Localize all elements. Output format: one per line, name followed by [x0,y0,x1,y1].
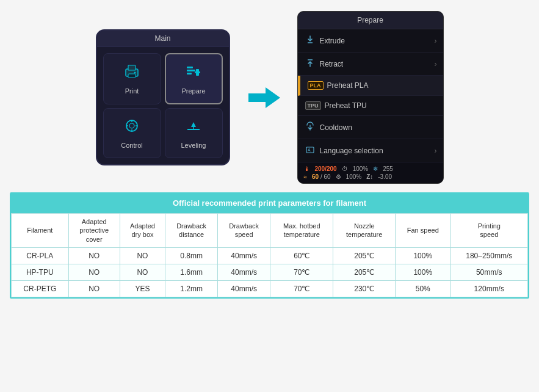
status-row-2: ≈ 60 / 60 ⚙ 100% Z↕ -3.00 [304,173,437,180]
table-cell: NO [68,247,120,264]
leveling-icon [185,117,202,138]
menu-item-retract[interactable]: Retract › [298,53,443,76]
arrow-indicator [248,85,279,110]
extrude-chevron: › [435,37,437,45]
print-button[interactable]: Print [103,53,161,104]
table-cell: 0.8mm [165,247,218,264]
table-cell: NO [68,264,120,280]
table-cell: 205℃ [333,247,395,264]
table-cell: CR-PETG [12,280,69,297]
svg-text:A: A [308,148,311,152]
menu-item-retract-label: Retract [320,60,344,68]
parameters-table-section: Official recommended print parameters fo… [10,192,529,299]
col-header-filament: Filament [12,214,69,248]
svg-point-3 [134,72,136,74]
table-cell: 60℃ [270,247,333,264]
fan-icon: ❄ [373,165,378,172]
fan-val: 255 [383,165,393,172]
col-header-drybox: Adapteddry box [120,214,165,248]
svg-rect-4 [187,67,193,68]
table-row: CR-PETGNOYES1.2mm40mm/s70℃230℃50%120mm/s [12,280,528,297]
prepare-label: Prepare [181,87,205,95]
print-label: Print [125,87,139,95]
speed-val: 100% [353,165,369,172]
status-row-1: 🌡 200/200 ⏱ 100% ❄ 255 [304,165,437,172]
table-cell: 50% [395,280,450,297]
params-table: Filament Adaptedprotectivecover Adaptedd… [11,213,528,297]
flow-val: 100% [346,173,362,180]
menu-item-preheat-tpu-label: Preheat TPU [325,101,367,110]
svg-rect-2 [128,74,136,78]
prepare-icon [185,63,202,84]
main-screen: Main Print [96,29,230,165]
table-cell: 1.6mm [165,264,218,280]
pla-badge: PLA [308,81,324,90]
main-screen-title: Main [97,31,229,47]
tpu-badge: TPU [305,101,321,110]
table-cell: CR-PLA [12,247,69,264]
table-title: Official recommended print parameters fo… [10,193,529,213]
table-cell: 230℃ [333,280,395,297]
table-cell: 205℃ [333,264,395,280]
svg-point-10 [129,123,134,128]
svg-rect-8 [196,69,199,76]
control-button[interactable]: Control [103,108,161,158]
menu-item-preheat-pla[interactable]: PLA Preheat PLA [298,76,443,96]
col-header-nozzle: Nozzletemperature [333,214,395,248]
flow-icon: ⚙ [336,173,341,180]
retract-icon [305,58,315,70]
language-chevron: › [435,147,437,155]
retract-chevron: › [435,60,437,68]
extrude-icon [305,35,315,46]
col-header-fan: Fan speed [395,214,450,248]
menu-item-cooldown-label: Cooldown [320,123,352,132]
menu-item-cooldown[interactable]: Cooldown [298,116,443,139]
prepare-screen-title: Prepare [298,12,443,29]
prepare-menu: Extrude › Retract › PLA Preheat PLA [298,29,443,162]
print-icon [123,63,140,84]
menu-item-preheat-tpu[interactable]: TPU Preheat TPU [298,96,443,116]
col-header-hotbed: Max. hotbedtemperature [270,214,333,248]
table-outer: Filament Adaptedprotectivecover Adaptedd… [10,213,529,298]
main-grid: Print Prepare [97,47,229,164]
bed-icon: ≈ [304,173,308,180]
nozzle-temp: 200/200 [315,165,337,172]
table-cell: 100% [395,247,450,264]
control-label: Control [121,142,142,149]
leveling-label: Leveling [181,142,206,149]
table-cell: NO [68,280,120,297]
table-cell: NO [120,264,165,280]
table-cell: 100% [395,264,450,280]
svg-rect-6 [187,73,192,74]
table-cell: 50mm/s [450,264,527,280]
prepare-button[interactable]: Prepare [165,53,223,104]
language-icon: A [305,145,315,156]
table-row: CR-PLANONO0.8mm40mm/s60℃205℃100%180–250m… [12,247,528,264]
table-cell: 70℃ [270,264,333,280]
table-cell: NO [120,247,165,264]
nozzle-icon: 🌡 [304,165,310,172]
table-cell: HP-TPU [12,264,69,280]
menu-item-language-label: Language selection [320,147,383,155]
svg-rect-1 [128,65,136,70]
status-bar: 🌡 200/200 ⏱ 100% ❄ 255 ≈ 60 / 60 ⚙ 100% … [298,162,443,183]
table-cell: 40mm/s [218,280,270,297]
control-icon [123,117,140,138]
col-header-protective: Adaptedprotectivecover [68,214,120,248]
table-row: HP-TPUNONO1.6mm40mm/s70℃205℃100%50mm/s [12,264,528,280]
speed-icon: ⏱ [342,165,348,172]
z-offset: -3.00 [378,173,392,180]
table-cell: 1.2mm [165,280,218,297]
menu-item-extrude-label: Extrude [320,37,345,45]
col-header-drawback-speed: Drawbackspeed [218,214,270,248]
menu-item-language[interactable]: A Language selection › [298,139,443,162]
menu-item-preheat-pla-label: Preheat PLA [327,81,369,90]
z-icon: Z↕ [366,173,373,180]
svg-rect-5 [187,70,195,71]
table-cell: 40mm/s [218,247,270,264]
table-cell: 180–250mm/s [450,247,527,264]
menu-item-extrude[interactable]: Extrude › [298,29,443,53]
leveling-button[interactable]: Leveling [165,108,223,158]
prepare-screen: Prepare Extrude › [297,11,444,184]
col-header-printing: Printingspeed [450,214,527,248]
